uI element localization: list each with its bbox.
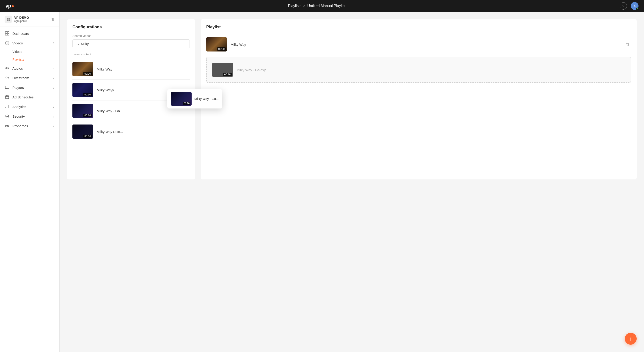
breadcrumb-playlists[interactable]: Playlists bbox=[288, 4, 302, 8]
playlist-panel: Playlist 00:20 Milky Way 00:16 bbox=[201, 19, 637, 179]
videos-chevron-icon: ∧ bbox=[52, 41, 55, 45]
search-box bbox=[72, 39, 190, 48]
drop-zone-duration: 00:16 bbox=[223, 73, 232, 76]
videos-icon bbox=[4, 40, 10, 45]
sidebar-item-properties[interactable]: Properties ∨ bbox=[0, 121, 59, 131]
sidebar-item-ad-schedules[interactable]: Ad Schedules bbox=[0, 92, 59, 102]
avatar-initials: A bbox=[634, 4, 636, 8]
svg-rect-3 bbox=[8, 19, 10, 21]
svg-rect-1 bbox=[8, 18, 10, 19]
main-content: Configurations Search videos Latest cont… bbox=[60, 12, 644, 352]
playlist-item-name-1: Milky Way bbox=[230, 43, 620, 46]
delete-button-1[interactable] bbox=[624, 41, 631, 48]
players-icon bbox=[4, 85, 10, 90]
video-name-3: Milky Way - Ga... bbox=[97, 109, 123, 113]
sidebar-item-players[interactable]: Players ∨ bbox=[0, 83, 59, 92]
video-item-2[interactable]: 00:10 Milky Wayy bbox=[72, 80, 190, 100]
drop-zone: 00:16 Milky Way - Galaxy bbox=[206, 57, 631, 83]
svg-rect-2 bbox=[7, 19, 8, 21]
video-item-4[interactable]: 00:06 Milky Way (216... bbox=[72, 121, 190, 142]
sidebar-item-analytics[interactable]: Analytics ∨ bbox=[0, 102, 59, 111]
audios-label: Audios bbox=[12, 66, 23, 70]
dashboard-label: Dashboard bbox=[12, 32, 29, 35]
audios-icon bbox=[4, 66, 10, 71]
help-icon: ? bbox=[622, 4, 624, 8]
sidebar-item-audios[interactable]: Audios ∨ bbox=[0, 63, 59, 73]
playlist-duration-1: 00:20 bbox=[217, 47, 226, 51]
svg-marker-9 bbox=[7, 42, 8, 44]
svg-rect-13 bbox=[6, 107, 6, 108]
svg-rect-0 bbox=[7, 18, 8, 19]
sidebar-item-security[interactable]: Security ∨ bbox=[0, 111, 59, 121]
svg-rect-15 bbox=[8, 105, 8, 108]
svg-rect-5 bbox=[7, 32, 9, 33]
drop-zone-label: Milky Way - Galaxy bbox=[236, 68, 266, 72]
playlist-panel-title: Playlist bbox=[206, 25, 631, 29]
video-item-1[interactable]: 00:20 Milky Way bbox=[72, 59, 190, 80]
topnav-right: ? A bbox=[620, 2, 638, 10]
search-input[interactable] bbox=[81, 42, 187, 46]
svg-point-10 bbox=[7, 77, 8, 78]
org-details: VP DEMO agmipobw bbox=[14, 16, 29, 23]
svg-rect-14 bbox=[7, 106, 7, 108]
analytics-label: Analytics bbox=[12, 105, 26, 109]
sidebar-org: VP DEMO agmipobw ⇅ bbox=[0, 12, 59, 27]
breadcrumb-current: Untitled Manual Playlist bbox=[307, 4, 346, 8]
org-info: VP DEMO agmipobw bbox=[4, 15, 29, 23]
videos-label: Videos bbox=[12, 41, 23, 45]
analytics-icon bbox=[4, 104, 10, 109]
search-label: Search videos bbox=[72, 34, 190, 37]
avatar-online-dot bbox=[636, 7, 638, 10]
security-chevron-icon: ∨ bbox=[52, 115, 55, 118]
upload-fab[interactable]: ↑ bbox=[625, 333, 637, 345]
config-panel-title: Configurations bbox=[72, 25, 190, 29]
videos-subnav: Videos Playlists bbox=[0, 48, 59, 63]
video-thumb-1: 00:20 bbox=[72, 62, 93, 76]
logo: vp bbox=[6, 3, 14, 9]
video-duration-4: 00:06 bbox=[83, 135, 92, 138]
avatar[interactable]: A bbox=[631, 2, 638, 10]
properties-label: Properties bbox=[12, 124, 28, 128]
video-name-2: Milky Wayy bbox=[97, 88, 114, 92]
playlist-thumb-1: 00:20 bbox=[206, 37, 227, 51]
configurations-panel: Configurations Search videos Latest cont… bbox=[67, 19, 195, 179]
svg-rect-6 bbox=[5, 34, 7, 35]
org-switcher-button[interactable]: ⇅ bbox=[51, 17, 55, 22]
sidebar-item-videos[interactable]: Videos ∧ bbox=[0, 38, 59, 48]
sidebar-item-livestream[interactable]: Livestream ∨ bbox=[0, 73, 59, 83]
svg-point-18 bbox=[5, 125, 6, 127]
org-name: VP DEMO bbox=[14, 16, 29, 19]
svg-rect-12 bbox=[6, 96, 9, 99]
video-name-1: Milky Way bbox=[97, 67, 112, 71]
security-label: Security bbox=[12, 114, 25, 118]
svg-rect-4 bbox=[5, 32, 7, 33]
video-item-3[interactable]: 00:16 Milky Way - Ga... bbox=[72, 100, 190, 121]
analytics-chevron-icon: ∨ bbox=[52, 105, 55, 109]
sidebar-item-dashboard[interactable]: Dashboard bbox=[0, 29, 59, 38]
search-icon bbox=[76, 41, 79, 46]
security-icon bbox=[4, 114, 10, 119]
video-list-wrap[interactable]: 00:20 Milky Way 00:10 Milky Wayy bbox=[72, 59, 190, 142]
svg-point-17 bbox=[7, 125, 8, 127]
active-indicator bbox=[59, 39, 59, 47]
logo-dot bbox=[12, 5, 14, 7]
video-name-4: Milky Way (216... bbox=[97, 130, 123, 134]
audios-chevron-icon: ∨ bbox=[52, 67, 55, 70]
livestream-label: Livestream bbox=[12, 76, 29, 80]
upload-icon: ↑ bbox=[629, 336, 632, 342]
players-chevron-icon: ∨ bbox=[52, 86, 55, 89]
ad-schedules-icon bbox=[4, 95, 10, 100]
video-duration-3: 00:16 bbox=[83, 114, 92, 117]
svg-point-16 bbox=[7, 116, 8, 117]
sidebar-item-videos-sub[interactable]: Videos bbox=[0, 48, 59, 56]
sidebar-item-playlists[interactable]: Playlists bbox=[0, 56, 59, 63]
drop-zone-thumb: 00:16 bbox=[212, 63, 233, 77]
latest-content-label: Latest content bbox=[72, 53, 190, 56]
video-duration-1: 00:20 bbox=[83, 72, 92, 75]
video-duration-2: 00:10 bbox=[83, 93, 92, 96]
app-layout: VP DEMO agmipobw ⇅ Dashboard Videos ∧ bbox=[0, 12, 644, 352]
svg-rect-7 bbox=[7, 34, 9, 35]
help-button[interactable]: ? bbox=[620, 2, 627, 10]
properties-chevron-icon: ∨ bbox=[52, 124, 55, 128]
org-sub: agmipobw bbox=[14, 19, 29, 23]
